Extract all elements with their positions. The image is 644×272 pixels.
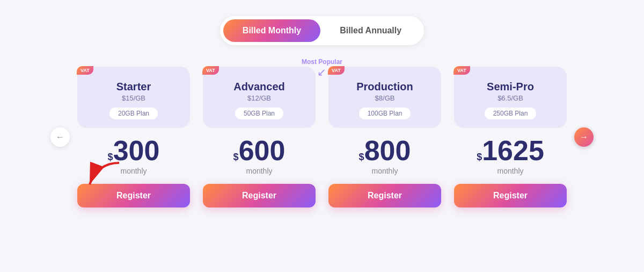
plan-name-production: Production <box>356 81 413 93</box>
plan-rate-semi-pro: $6.5/GB <box>497 94 523 102</box>
price-amount-semi-pro: 1625 <box>482 137 544 164</box>
nav-right-button[interactable]: → <box>574 127 594 147</box>
plan-size-semi-pro: 250GB Plan <box>485 108 537 119</box>
plan-card-production: VAT Production $8/GB 100GB Plan $ 800 mo… <box>328 67 441 207</box>
card-top-advanced: VAT Advanced $12/GB 50GB Plan <box>203 67 316 128</box>
plan-size-starter: 20GB Plan <box>109 108 158 119</box>
nav-left-button[interactable]: ← <box>50 127 70 147</box>
plans-wrapper: ← VAT Starter $15/GB 20GB Plan $ 300 mon… <box>45 67 599 207</box>
card-top-starter: VAT Starter $15/GB 20GB Plan <box>77 67 190 128</box>
price-currency-advanced: $ <box>233 152 239 163</box>
right-arrow-icon: → <box>580 132 588 142</box>
plan-rate-starter: $15/GB <box>122 94 145 102</box>
register-button-production[interactable]: Register <box>328 184 441 207</box>
plan-rate-advanced: $12/GB <box>247 94 271 102</box>
most-popular-label: Most Popular <box>302 58 342 66</box>
plans-container: ← VAT Starter $15/GB 20GB Plan $ 300 mon… <box>45 67 599 207</box>
price-period-production: monthly <box>371 167 398 175</box>
plan-rate-production: $8/GB <box>375 94 395 102</box>
price-section-advanced: $ 600 monthly <box>233 137 286 175</box>
price-currency-semi-pro: $ <box>477 152 482 163</box>
left-arrow-icon: ← <box>56 132 64 142</box>
card-top-production: VAT Production $8/GB 100GB Plan <box>328 67 441 128</box>
vat-badge-production: VAT <box>328 66 345 75</box>
price-section-production: $ 800 monthly <box>359 137 411 175</box>
plan-name-starter: Starter <box>116 81 151 93</box>
billing-toggle: Billed Monthly Billed Annually <box>220 16 424 45</box>
price-amount-advanced: 600 <box>239 137 286 164</box>
card-top-semi-pro: VAT Semi-Pro $6.5/GB 250GB Plan <box>454 67 567 128</box>
price-row-advanced: $ 600 <box>233 137 286 164</box>
price-period-advanced: monthly <box>246 167 272 175</box>
plan-size-advanced: 50GB Plan <box>235 108 283 119</box>
price-row-production: $ 800 <box>359 137 411 164</box>
vat-badge-advanced: VAT <box>202 66 219 75</box>
plan-card-advanced: VAT Advanced $12/GB 50GB Plan $ 600 mont… <box>203 67 316 207</box>
arrow-indicator <box>82 160 125 192</box>
billing-monthly-button[interactable]: Billed Monthly <box>223 19 320 42</box>
register-button-semi-pro[interactable]: Register <box>454 184 567 207</box>
price-period-semi-pro: monthly <box>497 167 523 175</box>
plan-name-semi-pro: Semi-Pro <box>487 81 534 93</box>
price-amount-production: 800 <box>364 137 411 164</box>
plan-name-advanced: Advanced <box>233 81 285 93</box>
register-button-advanced[interactable]: Register <box>203 184 316 207</box>
price-section-semi-pro: $ 1625 monthly <box>477 137 544 175</box>
price-currency-production: $ <box>359 152 364 163</box>
vat-badge-semi-pro: VAT <box>453 66 470 75</box>
vat-badge-starter: VAT <box>77 66 93 75</box>
billing-annually-button[interactable]: Billed Annually <box>320 19 421 42</box>
plan-size-production: 100GB Plan <box>359 108 411 119</box>
price-row-semi-pro: $ 1625 <box>477 137 544 164</box>
plan-card-semi-pro: VAT Semi-Pro $6.5/GB 250GB Plan $ 1625 m… <box>454 67 567 207</box>
